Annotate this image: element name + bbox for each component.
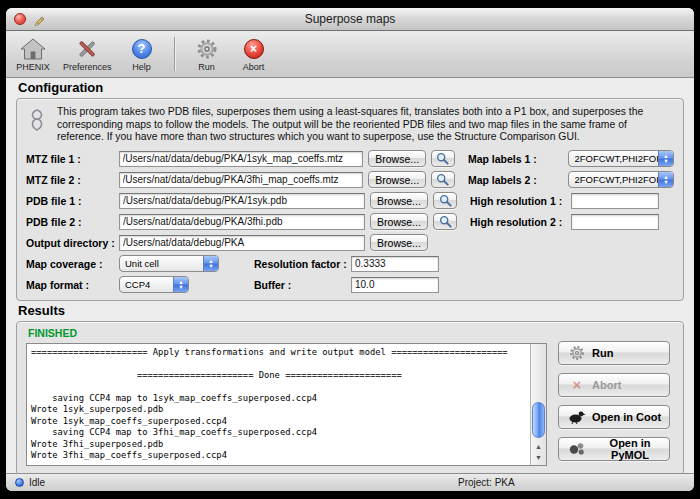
home-icon — [20, 37, 46, 61]
combo-arrows-icon: ▲▼ — [173, 277, 188, 292]
pdb2-search-button[interactable] — [433, 213, 457, 230]
status-text: Idle — [29, 477, 45, 488]
project-label: Project: PKA — [458, 477, 515, 488]
toolbar-item-preferences[interactable]: Preferences — [63, 37, 112, 72]
map-coverage-label: Map coverage : — [26, 258, 114, 270]
status-indicator-icon — [15, 478, 24, 487]
toolbar-item-run[interactable]: Run — [190, 37, 224, 72]
high-resolution-2-label: High resolution 2 : — [470, 216, 566, 228]
open-in-pymol-button[interactable]: Open in PyMOL — [558, 437, 670, 461]
map-format-label: Map format : — [26, 279, 114, 291]
toolbar-item-label: PHENIX — [16, 62, 50, 72]
output-directory-input[interactable] — [119, 235, 365, 251]
pdb1-label: PDB file 1 : — [26, 195, 114, 207]
scroll-up-icon[interactable]: ▲ — [531, 441, 546, 452]
statusbar: Idle Project: PKA — [6, 473, 694, 491]
mtz2-browse-button[interactable]: Browse... — [368, 171, 426, 188]
form-row-output-directory: Output directory : Browse... — [26, 233, 674, 253]
resolution-factor-label: Resolution factor : — [254, 258, 346, 270]
form-row-mtz1: MTZ file 1 : Browse... Map labels 1 : 2F… — [26, 149, 674, 169]
console-scrollbar[interactable]: ▲▼ — [530, 344, 546, 465]
open-in-coot-button[interactable]: Open in Coot — [558, 405, 670, 429]
map-labels-1-label: Map labels 1 : — [468, 153, 564, 165]
buffer-label: Buffer : — [254, 279, 346, 291]
combo-arrows-icon: ▲▼ — [658, 172, 673, 187]
console-frame: ====================== Apply transformat… — [26, 343, 547, 466]
map-format-value: CCP4 — [125, 279, 150, 290]
phenix-glyph-icon — [28, 106, 48, 144]
pdb1-browse-button[interactable]: Browse... — [370, 192, 428, 209]
abort-x-icon: × — [568, 378, 586, 392]
window-title: Superpose maps — [305, 12, 396, 26]
resolution-factor-input[interactable] — [351, 256, 439, 272]
toolbar: PHENIX Preferences Help — [6, 31, 694, 78]
toolbar-item-label: Run — [198, 62, 215, 72]
pdb2-label: PDB file 2 : — [26, 216, 114, 228]
toolbar-item-help[interactable]: Help — [125, 37, 159, 72]
mtz1-label: MTZ file 1 : — [26, 153, 114, 165]
console-output[interactable]: ====================== Apply transformat… — [27, 344, 530, 465]
combo-arrows-icon: ▲▼ — [203, 256, 218, 271]
results-section-title: Results — [18, 303, 684, 318]
close-button[interactable] — [14, 13, 26, 25]
configuration-panel: This program takes two PDB files, superp… — [16, 98, 684, 301]
buffer-input[interactable] — [351, 277, 439, 293]
high-resolution-1-label: High resolution 1 : — [470, 195, 566, 207]
abort-button-label: Abort — [592, 379, 621, 391]
toolbar-item-abort[interactable]: Abort — [237, 37, 271, 72]
map-labels-2-select[interactable]: 2FOFCWT,PHI2FOF... ▲▼ — [568, 171, 674, 188]
pdb1-search-button[interactable] — [433, 192, 457, 209]
map-labels-1-value: 2FOFCWT,PHI2FOF... — [574, 153, 668, 164]
run-button[interactable]: Run — [558, 341, 670, 365]
pymol-molecule-icon — [568, 442, 585, 456]
map-labels-1-select[interactable]: 2FOFCWT,PHI2FOF... ▲▼ — [568, 150, 674, 167]
scrollbar-arrow-buttons[interactable]: ▲▼ — [531, 441, 546, 463]
mtz1-search-button[interactable] — [431, 150, 455, 167]
form-row-pdb1: PDB file 1 : Browse... High resolution 1… — [26, 191, 674, 211]
titlebar[interactable]: Superpose maps — [6, 8, 694, 31]
map-labels-2-label: Map labels 2 : — [468, 174, 564, 186]
program-description: This program takes two PDB files, superp… — [57, 106, 663, 144]
gear-icon — [196, 37, 218, 61]
gear-icon — [568, 345, 586, 361]
superpose-maps-window: Superpose maps PHENIX Preferences — [6, 8, 694, 491]
form-row-pdb2: PDB file 2 : Browse... High resolution 2… — [26, 212, 674, 232]
open-in-coot-label: Open in Coot — [592, 411, 661, 423]
mtz1-browse-button[interactable]: Browse... — [368, 150, 426, 167]
results-action-buttons: Run × Abort — [558, 326, 674, 466]
coot-bird-icon — [568, 410, 586, 424]
main-content: Configuration This program takes two PDB… — [6, 76, 694, 473]
toolbar-separator — [174, 37, 175, 71]
form-row-map-format: Map format : CCP4 ▲▼ Buffer : — [26, 275, 674, 295]
mtz2-label: MTZ file 2 : — [26, 174, 114, 186]
scroll-down-icon[interactable]: ▼ — [531, 452, 546, 463]
magnifier-icon — [436, 152, 449, 165]
output-directory-browse-button[interactable]: Browse... — [370, 234, 428, 251]
toolbar-item-label: Preferences — [63, 62, 112, 72]
map-coverage-select[interactable]: Unit cell ▲▼ — [119, 255, 219, 272]
pdb2-input[interactable] — [119, 214, 365, 230]
high-resolution-2-input[interactable] — [571, 214, 659, 230]
open-in-pymol-label: Open in PyMOL — [591, 437, 669, 461]
map-format-select[interactable]: CCP4 ▲▼ — [119, 276, 189, 293]
form-row-mtz2: MTZ file 2 : Browse... Map labels 2 : 2F… — [26, 170, 674, 190]
pencil-icon — [33, 13, 45, 25]
tools-icon — [75, 37, 99, 61]
run-button-label: Run — [592, 347, 613, 359]
configuration-section-title: Configuration — [18, 80, 684, 95]
map-coverage-value: Unit cell — [125, 258, 159, 269]
mtz1-input[interactable] — [119, 151, 364, 167]
mtz2-input[interactable] — [119, 172, 364, 188]
results-panel: FINISHED ====================== Apply tr… — [16, 321, 684, 475]
toolbar-item-phenix[interactable]: PHENIX — [16, 37, 50, 72]
pdb2-browse-button[interactable]: Browse... — [370, 213, 428, 230]
magnifier-icon — [436, 173, 449, 186]
pdb1-input[interactable] — [119, 193, 365, 209]
mtz2-search-button[interactable] — [431, 171, 455, 188]
map-labels-2-value: 2FOFCWT,PHI2FOF... — [574, 174, 668, 185]
abort-button[interactable]: × Abort — [558, 373, 670, 397]
help-icon — [132, 39, 152, 59]
scrollbar-thumb[interactable] — [532, 402, 545, 438]
high-resolution-1-input[interactable] — [571, 193, 659, 209]
abort-icon — [244, 39, 264, 59]
